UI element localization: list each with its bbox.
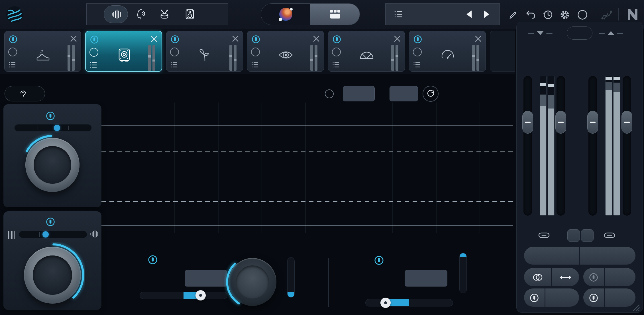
sustain-power-icon[interactable] — [148, 255, 158, 265]
solo-button[interactable] — [332, 48, 341, 56]
output-fader-thumb-right[interactable] — [621, 111, 632, 134]
peak-slider-handle[interactable] — [380, 298, 391, 308]
balance-slider-handle[interactable] — [54, 125, 60, 131]
stereo-mode-button[interactable] — [524, 268, 551, 286]
source-mode-speaker-button[interactable] — [176, 5, 201, 23]
cutoff-frequency-value[interactable] — [343, 86, 375, 101]
presets-browser[interactable] — [385, 3, 500, 25]
source-mode-drums-button[interactable] — [152, 5, 176, 23]
settings-gear-button[interactable] — [559, 9, 571, 21]
codec-power-button[interactable] — [524, 289, 545, 307]
module-menu-icon[interactable] — [251, 61, 259, 68]
module-tab-bass-control[interactable] — [85, 31, 162, 72]
gain-decrement-button[interactable] — [567, 229, 580, 242]
module-menu-icon[interactable] — [9, 61, 16, 68]
balance-slider[interactable] — [14, 124, 92, 132]
input-fader-thumb-right[interactable] — [555, 111, 566, 134]
solo-button[interactable] — [8, 48, 17, 56]
input-gain-fader-left[interactable] — [523, 76, 532, 216]
output-channel-link-icon[interactable] — [604, 232, 615, 239]
waveform-display[interactable] — [101, 103, 513, 233]
close-icon[interactable] — [393, 35, 401, 43]
source-mode-vocals-button[interactable] — [128, 5, 152, 23]
cutoff-solo-button[interactable] — [325, 89, 334, 98]
power-icon[interactable] — [332, 35, 341, 44]
power-icon[interactable] — [90, 35, 99, 44]
source-mode-full-mix-button[interactable] — [104, 5, 128, 23]
codec-button[interactable] — [545, 289, 579, 307]
edit-pencil-button[interactable] — [507, 9, 519, 21]
history-button[interactable] — [541, 9, 554, 21]
module-tab-unlimiter[interactable] — [4, 31, 81, 72]
stereo-circles-icon — [532, 273, 543, 282]
peak-power-icon[interactable] — [374, 255, 384, 265]
reference-button[interactable] — [605, 268, 635, 286]
punch-power-icon[interactable] — [46, 217, 55, 227]
solo-button[interactable] — [170, 48, 179, 56]
module-tab-stem-eq[interactable] — [166, 31, 243, 72]
peak-dirty-clean-slider[interactable] — [365, 299, 453, 306]
loop-reset-button[interactable] — [423, 86, 439, 102]
preset-previous-button[interactable] — [466, 11, 472, 18]
resize-grip[interactable] — [632, 303, 640, 311]
module-menu-icon[interactable] — [170, 61, 178, 68]
input-gain-fader-right[interactable] — [557, 76, 565, 216]
module-meters — [310, 45, 317, 71]
output-gain-fader-left[interactable] — [588, 76, 597, 216]
close-icon[interactable] — [231, 35, 239, 43]
sustain-amount-knob[interactable] — [229, 258, 276, 306]
gain-match-button[interactable] — [580, 247, 635, 265]
sharp-transient-icon — [89, 228, 99, 240]
delta-button[interactable] — [5, 86, 45, 101]
preset-next-button[interactable] — [484, 11, 489, 18]
output-fader-thumb-left[interactable] — [587, 111, 598, 134]
input-fader-thumb-left[interactable] — [522, 111, 533, 134]
power-icon[interactable] — [9, 35, 18, 44]
mid-side-button[interactable] — [552, 268, 579, 286]
module-tab-clarity[interactable] — [247, 31, 324, 72]
reference-power-button[interactable] — [583, 268, 604, 286]
module-menu-icon[interactable] — [332, 61, 340, 68]
bypass-button[interactable] — [524, 247, 579, 265]
balance-knob[interactable] — [25, 138, 80, 192]
input-channel-link-icon[interactable] — [538, 232, 550, 239]
io-title-badge[interactable] — [567, 26, 592, 40]
sustain-slider-handle[interactable] — [195, 290, 206, 300]
input-collapse-control[interactable] — [528, 31, 553, 35]
soft-transient-icon — [7, 229, 16, 240]
solo-button[interactable] — [251, 48, 260, 56]
assistant-view-button[interactable] — [261, 4, 310, 25]
punch-knob[interactable] — [24, 247, 81, 304]
zoom-value[interactable] — [390, 86, 418, 101]
gain-increment-button[interactable] — [581, 229, 594, 242]
output-gain-fader-right[interactable] — [623, 76, 631, 216]
module-tab-imager[interactable] — [328, 31, 405, 72]
close-icon[interactable] — [150, 35, 158, 43]
help-button[interactable] — [576, 9, 589, 21]
modules-view-button[interactable] — [310, 4, 360, 25]
undo-button[interactable] — [524, 9, 537, 21]
module-tab-empty-slot[interactable] — [490, 31, 515, 72]
punch-slider-handle[interactable] — [42, 231, 49, 238]
output-collapse-control[interactable] — [599, 31, 623, 35]
balance-power-icon[interactable] — [46, 111, 55, 121]
power-icon[interactable] — [251, 35, 260, 44]
sustain-dirty-clean-slider[interactable] — [140, 292, 227, 299]
module-menu-icon[interactable] — [413, 61, 421, 68]
close-icon[interactable] — [312, 35, 320, 43]
module-tab-maximizer[interactable] — [409, 31, 486, 72]
power-icon[interactable] — [170, 35, 180, 44]
sustain-threshold-value[interactable] — [185, 270, 227, 287]
tonal-match-icon[interactable] — [600, 9, 613, 21]
punch-slider[interactable] — [19, 231, 87, 238]
dither-button[interactable] — [605, 289, 635, 307]
peak-threshold-value[interactable] — [405, 270, 447, 287]
module-menu-icon[interactable] — [90, 62, 97, 68]
power-icon[interactable] — [413, 35, 422, 44]
ozone-logo-icon — [6, 6, 23, 23]
close-icon[interactable] — [474, 35, 482, 43]
close-icon[interactable] — [70, 35, 78, 43]
solo-button[interactable] — [89, 48, 98, 57]
solo-button[interactable] — [413, 48, 422, 56]
dither-power-button[interactable] — [583, 289, 604, 307]
